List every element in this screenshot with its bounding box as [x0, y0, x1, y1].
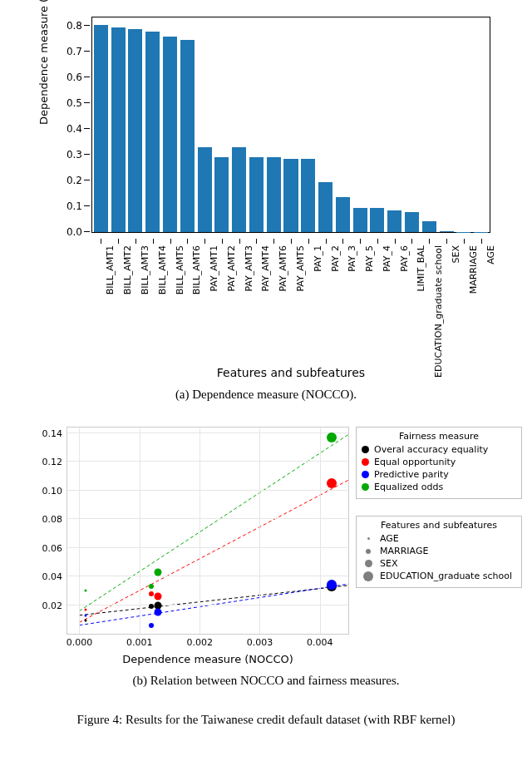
bar-xtick-label: PAY_AMT4: [260, 245, 271, 292]
bar-xtick-label: PAY_4: [382, 245, 392, 272]
bar: [214, 157, 229, 232]
bar-xtick-label: PAY_3: [347, 245, 357, 272]
legend-size-dot-icon: [365, 560, 372, 567]
scatter-ytick-label: 0.06: [42, 542, 68, 553]
legend-row: Overal accuracy equality: [362, 443, 516, 456]
caption-a: (a) Dependence measure (NOCCO).: [8, 388, 524, 402]
bar-ytick-label: 0.4: [66, 123, 82, 135]
bar-ytick-label: 0.7: [66, 46, 82, 57]
scatter-ytick-label: 0.04: [42, 571, 68, 582]
legend-label: AGE: [380, 533, 399, 544]
legend-fairness-title: Fairness measure: [362, 431, 516, 442]
bar-xtick-label: BILL_AMT4: [157, 245, 168, 294]
bar: [180, 40, 195, 232]
scatter-xtick-label: 0.000: [66, 634, 93, 648]
legend-row: SEX: [362, 557, 516, 570]
scatter-ytick-label: 0.02: [42, 600, 68, 610]
scatter-point: [154, 593, 161, 600]
bar-xtick-label: PAY_AMT2: [226, 245, 237, 292]
bar-xtick-label: LIMIT_BAL: [416, 245, 426, 292]
scatter-point: [327, 432, 337, 442]
bar: [387, 210, 401, 232]
legend-size-dot-icon: [367, 537, 370, 540]
bar-xlabel: Features and subfeatures: [91, 366, 490, 379]
bar: [267, 157, 281, 232]
legend-features-title: Features and subfeatures: [362, 520, 516, 531]
bar-xtick-label: PAY_1: [313, 245, 323, 272]
bar: [198, 147, 212, 232]
bar: [249, 157, 264, 232]
scatter-ytick-label: 0.14: [42, 428, 68, 438]
bar: [111, 27, 126, 232]
bar: [301, 159, 315, 232]
bar-xtick-label: EDUCATION_graduate school: [433, 245, 444, 378]
bar-ylabel: Dependence measure (NOCCO): [37, 0, 50, 125]
legend-label: MARRIAGE: [380, 546, 428, 556]
scatter-xtick-label: 0.002: [186, 634, 213, 648]
bar-ytick-label: 0.6: [66, 72, 82, 83]
legend-size-dot-icon: [366, 549, 371, 554]
scatter-xtick-label: 0.003: [247, 634, 273, 648]
scatter-xlabel: Dependence measure (NOCCO): [66, 653, 349, 665]
legend-dot-icon: [362, 483, 369, 491]
scatter-ytick-label: 0.08: [42, 514, 68, 525]
scatter-point: [84, 608, 86, 610]
legend-row: EDUCATION_graduate school: [362, 570, 516, 582]
legend-row: Predictive parity: [362, 468, 516, 481]
legend-dot-icon: [362, 471, 369, 478]
bar-xtick-label: PAY_AMT1: [209, 245, 219, 292]
bar-ytick-label: 0.8: [66, 20, 82, 32]
bar: [232, 147, 246, 232]
bar-ytick-label: 0.1: [66, 200, 82, 212]
legend-row: AGE: [362, 532, 516, 545]
bar-xtick-label: BILL_AMT5: [175, 245, 185, 294]
scatter-point: [154, 609, 161, 616]
bar-xtick-label: BILL_AMT2: [122, 245, 133, 294]
bar-xtick-label: PAY_2: [330, 245, 341, 272]
bar: [128, 29, 142, 232]
scatter-point: [149, 584, 154, 589]
bar: [318, 182, 332, 232]
bar: [370, 208, 384, 232]
bar-xtick-label: AGE: [485, 245, 496, 264]
scatter-xtick-label: 0.004: [307, 634, 333, 648]
legend-size-dot-icon: [363, 571, 373, 581]
bar-chart: Dependence measure (NOCCO) 0.00.10.20.30…: [42, 17, 490, 379]
bar: [353, 208, 367, 232]
legend-fairness: Fairness measure Overal accuracy equalit…: [356, 427, 522, 499]
scatter-ytick-label: 0.12: [42, 457, 68, 467]
legend-label: Equalized odds: [374, 482, 443, 492]
legends: Fairness measure Overal accuracy equalit…: [356, 427, 522, 605]
legend-row: Equal opportunity: [362, 456, 516, 468]
bar-ytick-label: 0.5: [66, 97, 82, 109]
scatter-point: [327, 580, 337, 590]
scatter-xtick-label: 0.001: [126, 634, 153, 648]
bar: [94, 25, 108, 232]
trend-line: [79, 480, 348, 622]
bar-xtick-label: BILL_AMT3: [140, 245, 150, 294]
bar-xtick-label: PAY_5: [364, 245, 375, 272]
legend-features: Features and subfeatures AGEMARRIAGESEXE…: [356, 516, 522, 588]
bar-ytick-label: 0.3: [66, 149, 82, 161]
bar: [283, 159, 298, 232]
legend-dot-icon: [362, 446, 369, 453]
legend-row: MARRIAGE: [362, 545, 516, 557]
figure-caption: Figure 4: Results for the Taiwanese cred…: [8, 713, 524, 727]
scatter-point: [84, 614, 86, 616]
bar: [422, 221, 436, 232]
scatter-chart: 0.020.040.060.080.100.120.140.0000.0010.…: [66, 427, 349, 635]
bar-xtick-label: PAY_AMT6: [278, 245, 288, 292]
legend-label: Equal opportunity: [374, 457, 456, 467]
bar-xtick-label: BILL_AMT1: [105, 245, 116, 294]
scatter-point: [327, 478, 337, 488]
legend-label: Predictive parity: [374, 469, 449, 480]
bar-xtick-label: PAY_AMT3: [244, 245, 254, 292]
legend-label: SEX: [380, 558, 397, 569]
scatter-point: [149, 623, 154, 628]
bar-xtick-label: PAY_AMT5: [295, 245, 306, 292]
bar-xtick-label: MARRIAGE: [468, 245, 479, 294]
bar-ytick-label: 0.2: [66, 175, 82, 186]
figure-b: Fairness measure 0.020.040.060.080.100.1…: [8, 427, 524, 688]
scatter-point: [154, 568, 161, 576]
bar: [163, 37, 177, 232]
